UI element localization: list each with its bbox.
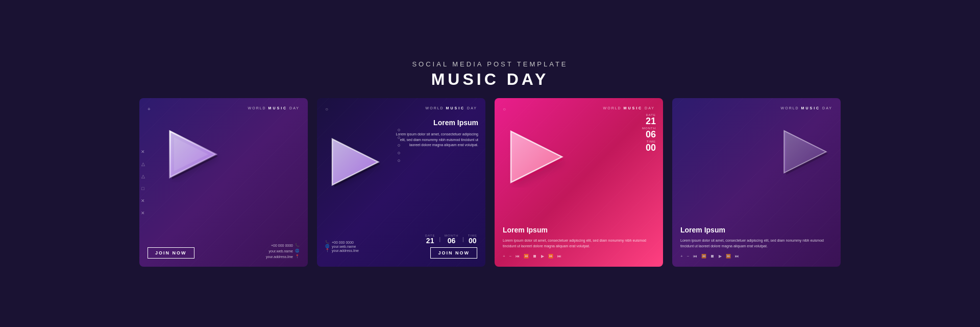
card-3-month-block: MONTH 06 [642,127,656,139]
card-4: ○ WORLD MUSIC DAY [672,98,841,267]
card-4-lorem-text: Lorem ipsum dolor sit amet, consectetuer… [680,238,832,249]
pin-icon: 📍 [295,254,300,259]
card-1-play-btn[interactable] [165,126,226,188]
card-2-lorem-title: Lorem Ipsum [433,119,478,127]
svg-marker-5 [332,139,378,185]
plus-tl-icon: + [148,106,151,112]
icon-x3: ✕ [139,209,146,217]
icon-x2: ✕ [139,197,146,204]
minus-ctrl-icon: − [509,254,512,259]
rewind-ctrl-icon-4: ⏪ [701,254,706,259]
card-1-join-btn[interactable]: JOIN NOW [148,247,194,259]
globe-icon: 🌐 [295,249,300,253]
card-2-play-btn[interactable] [327,134,388,195]
card-1-website: your.web.name 🌐 [269,249,300,253]
plus-ctrl-icon-4: + [680,254,683,259]
icon-cross: ✕ [139,148,146,155]
card-2-date-join: DATE 21 | MONTH 06 | TIME 00 [425,234,477,259]
card-1-world-music-day: WORLD MUSIC DAY [248,106,300,110]
card-3-date-top-right: DATE 21 MONTH 06 TIME 00 [642,113,656,153]
icon-triangle-outline: △ [139,160,146,168]
rewind-ctrl-icon: ⏪ [524,254,529,259]
card-3: ○ WORLD MUSIC DAY DATE 21 MONTH 06 TIME … [495,98,663,267]
card-2-date-row: DATE 21 | MONTH 06 | TIME 00 [425,234,477,244]
card-3-time-block: TIME 00 [642,140,656,152]
card3-circle-icon: ○ [503,106,506,112]
prev-ctrl-icon: ⏮ [516,254,520,259]
card-3-date-block: DATE 21 [642,113,656,126]
card-2-top: ○ WORLD MUSIC DAY [325,106,477,112]
globe-icon-2: 🌐 [325,244,330,248]
next-ctrl-icon-4: ⏩ [726,254,731,259]
card-2-month-block: MONTH 06 [445,234,458,244]
card-3-top: ○ WORLD MUSIC DAY [503,106,655,112]
card-2-bottom: 📞 +00 000 0000 🌐 your.web.name 📍 your.ad… [325,234,477,259]
icon-triangle-outline2: △ [139,173,146,180]
card-2-website: 🌐 your.web.name [325,244,359,248]
card-2-lorem-text: Lorem ipsum dolor sit amet, consectetuer… [391,132,478,148]
card-3-lorem-title: Lorem Ipsum [503,226,655,234]
card-4-lorem-title: Lorem Ipsum [680,226,832,234]
card-4-top: ○ WORLD MUSIC DAY [680,106,832,112]
phone-icon: 📞 [295,243,300,247]
minus-ctrl-icon-4: − [687,254,690,259]
phone-icon-2: 📞 [325,240,330,244]
card-4-bottom: Lorem Ipsum Lorem ipsum dolor sit amet, … [680,226,832,259]
next-ctrl-icon: ⏩ [548,254,553,259]
svg-marker-8 [511,131,562,182]
card-3-lorem-text: Lorem ipsum dolor sit amet, consectetuer… [503,238,655,249]
card-1-address: your.address.line 📍 [266,254,300,259]
card2-plus-icon: ○ [325,106,328,112]
card-2-contact: 📞 +00 000 0000 🌐 your.web.name 📍 your.ad… [325,240,359,252]
card-2-date-block: DATE 21 [425,234,435,244]
card-2-phone: 📞 +00 000 0000 [325,240,359,244]
skip-ctrl-icon: ⏭ [557,254,561,259]
pin-icon-2: 📍 [325,248,330,252]
card-3-play-btn[interactable] [505,126,571,193]
card-1-bottom: JOIN NOW +00 000 0000 📞 your.web.name 🌐 … [148,243,300,259]
stop-ctrl-icon: ⏹ [533,254,537,259]
header-title: Music Day [412,70,568,89]
page-header: Social Media Post Template Music Day [412,60,568,89]
card-2-address: 📍 your.address.line [325,248,359,252]
play-ctrl-icon-4: ▶ [719,254,722,259]
card-1-top: + WORLD MUSIC DAY [148,106,300,112]
card-1: + WORLD MUSIC DAY ✕ △ △ □ ✕ ✕ [139,98,308,267]
svg-marker-11 [784,131,826,173]
card-4-media-controls: + − ⏮ ⏪ ⏹ ▶ ⏩ ⏭ [680,254,832,259]
skip-ctrl-icon-4: ⏭ [735,254,739,259]
card-1-contact: +00 000 0000 📞 your.web.name 🌐 your.addr… [266,243,300,259]
card-3-bottom: Lorem Ipsum Lorem ipsum dolor sit amet, … [503,226,655,259]
cards-row: + WORLD MUSIC DAY ✕ △ △ □ ✕ ✕ [139,98,841,267]
play-ctrl-icon: ▶ [541,254,544,259]
card-4-world-music-day: WORLD MUSIC DAY [781,106,832,110]
card-2-right-content: Lorem Ipsum Lorem ipsum dolor sit amet, … [391,119,478,148]
card-2-join-btn[interactable]: JOIN NOW [430,247,477,259]
card-2-world-music-day: WORLD MUSIC DAY [426,106,477,110]
circle-5 [398,159,400,162]
card-3-world-music-day: WORLD MUSIC DAY [603,106,655,110]
prev-ctrl-icon-4: ⏮ [693,254,697,259]
card-1-phone: +00 000 0000 📞 [271,243,300,247]
card-2: ○ WORLD MUSIC DAY [317,98,485,267]
card-4-play-btn[interactable] [779,124,836,180]
stop-ctrl-icon-4: ⏹ [710,254,715,259]
card-1-left-icons: ✕ △ △ □ ✕ ✕ [139,148,146,217]
card-2-time-block: TIME 00 [468,234,477,244]
header-subtitle: Social Media Post Template [412,60,568,68]
plus-ctrl-icon: + [503,254,505,259]
card-3-media-controls: + − ⏮ ⏪ ⏹ ▶ ⏩ ⏭ [503,254,655,259]
icon-square: □ [139,185,146,192]
circle-4 [398,152,400,154]
